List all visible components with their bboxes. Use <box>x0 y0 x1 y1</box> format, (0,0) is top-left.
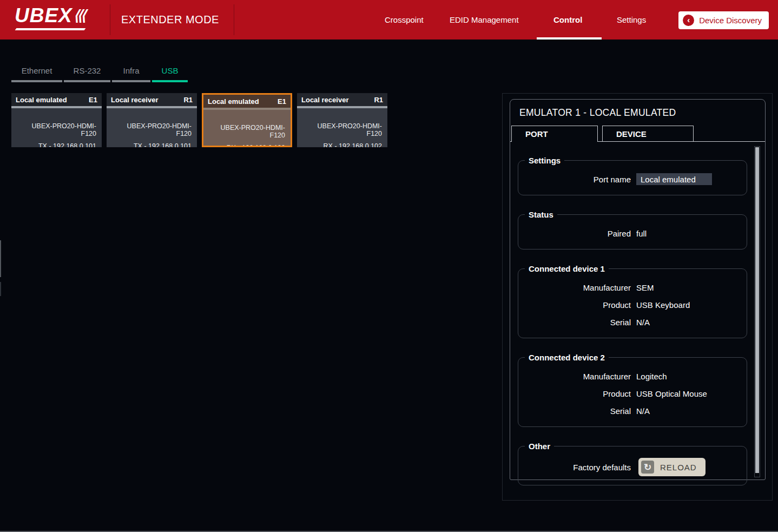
manufacturer-value: SEM <box>636 283 654 292</box>
manufacturer-row: Manufacturer Logitech <box>518 367 747 385</box>
device-card-list: Local emulated E1 UBEX-PRO20-HDMI-F120 T… <box>11 93 387 147</box>
nav-control[interactable]: Control <box>553 0 582 40</box>
device-card-receiver-rx[interactable]: Local receiver R1 UBEX-PRO20-HDMI-F120 R… <box>297 93 387 147</box>
device-name: Local receiver <box>301 96 348 104</box>
device-model: UBEX-PRO20-HDMI-F120 <box>112 122 192 137</box>
settings-section: Settings Port name <box>518 156 747 195</box>
device-model: UBEX-PRO20-HDMI-F120 <box>302 122 382 137</box>
panel-inner: EMULATOR 1 - LOCAL EMULATED PORT DEVICE … <box>510 99 766 480</box>
device-name: Local emulated <box>208 97 259 106</box>
device-address: TX - 192.168.0.101 <box>17 142 96 147</box>
panel-scrollbar-track <box>754 146 760 477</box>
tab-rs232[interactable]: RS-232 <box>64 61 110 82</box>
device-id: E1 <box>278 97 286 106</box>
emulator-detail-panel: EMULATOR 1 - LOCAL EMULATED PORT DEVICE … <box>502 93 773 501</box>
tab-usb[interactable]: USB <box>152 61 188 82</box>
serial-row: Serial N/A <box>518 402 747 419</box>
manufacturer-label: Manufacturer <box>526 372 631 381</box>
card-header: Local receiver R1 <box>107 93 197 106</box>
device-address: RX - 192.168.0.102 <box>209 144 285 147</box>
logo-underline <box>15 28 86 30</box>
reload-icon: ↻ <box>641 461 654 474</box>
product-label: Product <box>526 300 631 310</box>
panel-tab-device[interactable]: DEVICE <box>602 126 694 142</box>
card-body: UBEX-PRO20-HDMI-F120 TX - 192.168.0.101 <box>107 108 197 147</box>
connected-device-2-section: Connected device 2 Manufacturer Logitech… <box>518 353 747 427</box>
manufacturer-row: Manufacturer SEM <box>518 279 747 296</box>
card-body: UBEX-PRO20-HDMI-F120 TX - 192.168.0.101 <box>11 108 102 147</box>
device-card-receiver-tx[interactable]: Local receiver R1 UBEX-PRO20-HDMI-F120 T… <box>107 93 197 147</box>
port-type-tabs: Ethernet RS-232 Infra USB <box>11 61 188 82</box>
port-name-row: Port name <box>518 170 747 188</box>
header-bar: UBEX ⟨⟨⟨ EXTENDER MODE Crosspoint EDID M… <box>0 0 778 40</box>
nav-settings[interactable]: Settings <box>617 0 646 40</box>
left-scrollbar-fragment <box>0 282 1 296</box>
device-discovery-button[interactable]: ‹ Device Discovery <box>678 11 769 29</box>
serial-value: N/A <box>636 406 650 416</box>
status-legend: Status <box>525 210 557 219</box>
settings-legend: Settings <box>525 156 564 165</box>
card-body: UBEX-PRO20-HDMI-F120 RX - 192.168.0.102 <box>297 108 387 147</box>
logo-chevrons-icon: ⟨⟨⟨ <box>74 5 84 27</box>
device-name: Local receiver <box>111 96 158 104</box>
panel-tab-row: PORT DEVICE <box>510 126 765 142</box>
panel-content: Settings Port name Status Paired full Co… <box>510 156 765 494</box>
product-value: USB Optical Mouse <box>636 389 707 398</box>
card-header: Local receiver R1 <box>297 93 387 106</box>
left-scrollbar-fragment <box>0 240 1 277</box>
ubex-logo: UBEX ⟨⟨⟨ <box>15 5 96 30</box>
device-address: TX - 192.168.0.101 <box>112 142 192 147</box>
ubex-logo-text: UBEX <box>15 5 72 27</box>
card-header: Local emulated E1 <box>203 95 291 108</box>
panel-scrollbar-thumb[interactable] <box>755 147 759 473</box>
serial-label: Serial <box>526 406 631 416</box>
manufacturer-label: Manufacturer <box>526 283 631 292</box>
other-section: Other Factory defaults ↻ RELOAD <box>518 442 747 485</box>
port-name-input[interactable] <box>636 173 712 185</box>
nav-edid-management[interactable]: EDID Management <box>450 0 519 40</box>
header-divider <box>234 4 234 35</box>
product-label: Product <box>526 389 631 398</box>
paired-label: Paired <box>526 229 631 238</box>
manufacturer-value: Logitech <box>636 372 667 381</box>
serial-row: Serial N/A <box>518 313 747 331</box>
device-model: UBEX-PRO20-HDMI-F120 <box>17 122 96 137</box>
connected-device-1-legend: Connected device 1 <box>525 264 609 273</box>
device-model: UBEX-PRO20-HDMI-F120 <box>209 124 285 139</box>
device-card-emulated-rx-selected[interactable]: Local emulated E1 UBEX-PRO20-HDMI-F120 R… <box>202 93 292 147</box>
connected-device-1-section: Connected device 1 Manufacturer SEM Prod… <box>518 264 747 338</box>
extender-mode-label: EXTENDER MODE <box>121 0 219 40</box>
serial-value: N/A <box>636 318 650 327</box>
status-section: Status Paired full <box>518 210 747 249</box>
panel-title: EMULATOR 1 - LOCAL EMULATED <box>510 100 765 126</box>
device-id: R1 <box>183 96 193 104</box>
device-card-emulated-tx[interactable]: Local emulated E1 UBEX-PRO20-HDMI-F120 T… <box>11 93 102 147</box>
factory-defaults-row: Factory defaults ↻ RELOAD <box>518 456 747 478</box>
paired-row: Paired full <box>518 225 747 242</box>
device-name: Local emulated <box>16 96 67 104</box>
product-row: Product USB Keyboard <box>518 296 747 313</box>
reload-button-label: RELOAD <box>660 463 697 472</box>
port-name-label: Port name <box>526 175 631 184</box>
tab-infra[interactable]: Infra <box>112 61 150 82</box>
panel-tab-port[interactable]: PORT <box>511 126 598 142</box>
connected-device-2-legend: Connected device 2 <box>525 353 609 362</box>
paired-value: full <box>636 229 647 238</box>
other-legend: Other <box>525 442 554 451</box>
chevron-left-icon: ‹ <box>683 15 694 26</box>
product-value: USB Keyboard <box>636 300 690 310</box>
device-address: RX - 192.168.0.102 <box>302 142 382 147</box>
reload-button[interactable]: ↻ RELOAD <box>638 458 706 476</box>
card-header: Local emulated E1 <box>11 93 102 106</box>
tab-ethernet[interactable]: Ethernet <box>11 61 62 82</box>
nav-crosspoint[interactable]: Crosspoint <box>385 0 424 40</box>
nav-active-indicator <box>537 37 602 40</box>
product-row: Product USB Optical Mouse <box>518 385 747 402</box>
factory-defaults-label: Factory defaults <box>526 463 631 472</box>
device-id: E1 <box>89 96 97 104</box>
device-discovery-label: Device Discovery <box>699 16 762 25</box>
device-id: R1 <box>374 96 383 104</box>
header-divider <box>110 4 110 35</box>
card-body: UBEX-PRO20-HDMI-F120 RX - 192.168.0.102 <box>203 110 291 147</box>
serial-label: Serial <box>526 318 631 327</box>
